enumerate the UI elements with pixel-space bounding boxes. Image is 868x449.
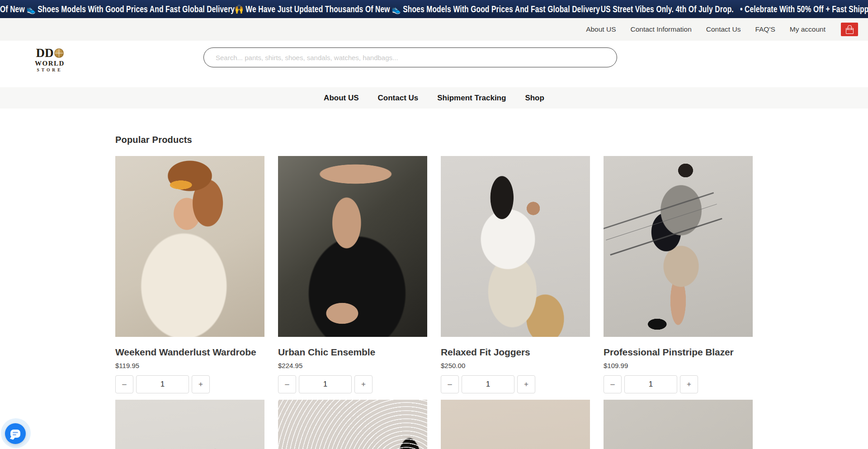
site-header: DD WORLD STORE: [0, 41, 868, 87]
quantity-input[interactable]: [462, 375, 514, 393]
product-card: Urban Chic Ensemble $224.95 – +: [278, 156, 427, 393]
topbar-link-my-account[interactable]: My account: [790, 25, 826, 33]
ticker-segment-3: • Celebrate With 50% Off + Fast Shipping: [740, 4, 868, 14]
quantity-decrease-button[interactable]: –: [604, 375, 622, 393]
product-image[interactable]: [604, 400, 753, 449]
promo-ticker-text: Of New 👟 Shoes Models With Good Prices A…: [0, 4, 868, 14]
product-price: $224.95: [278, 362, 427, 369]
promo-ticker-banner: Of New 👟 Shoes Models With Good Prices A…: [0, 0, 868, 18]
quantity-input[interactable]: [299, 375, 352, 393]
quantity-stepper: – +: [441, 375, 590, 393]
quantity-decrease-button[interactable]: –: [115, 375, 133, 393]
product-card: Weekend Wanderlust Wardrobe $119.95 – +: [115, 156, 264, 393]
product-card: Professional Pinstripe Blazer $109.99 – …: [604, 156, 753, 393]
nav-link-contact-us[interactable]: Contact Us: [378, 94, 419, 103]
ticker-segment-1: Of New 👟 Shoes Models With Good Prices A…: [0, 4, 600, 14]
topbar-link-contact-us[interactable]: Contact Us: [706, 25, 741, 33]
quantity-input[interactable]: [624, 375, 677, 393]
popular-products-heading: Popular Products: [115, 135, 868, 145]
topbar-link-faqs[interactable]: FAQ'S: [755, 25, 775, 33]
nav-link-shop[interactable]: Shop: [525, 94, 544, 103]
logo-line-dd: DD: [25, 47, 75, 59]
product-image[interactable]: [441, 156, 590, 337]
quantity-increase-button[interactable]: +: [680, 375, 698, 393]
quantity-input[interactable]: [136, 375, 189, 393]
search-input[interactable]: [203, 47, 617, 67]
nav-link-shipment-tracking[interactable]: Shipment Tracking: [437, 94, 506, 103]
product-title[interactable]: Professional Pinstripe Blazer: [604, 347, 753, 358]
product-card: [278, 400, 427, 449]
quantity-increase-button[interactable]: +: [517, 375, 535, 393]
store-logo[interactable]: DD WORLD STORE: [25, 47, 75, 73]
utility-topbar: About US Contact Information Contact Us …: [0, 18, 868, 41]
product-image[interactable]: [604, 156, 753, 337]
product-grid: Weekend Wanderlust Wardrobe $119.95 – + …: [115, 156, 868, 449]
quantity-stepper: – +: [604, 375, 753, 393]
product-card: [604, 400, 753, 449]
quantity-stepper: – +: [278, 375, 427, 393]
shopping-bag-icon: [846, 28, 854, 34]
main-navigation: About US Contact Us Shipment Tracking Sh…: [0, 87, 868, 109]
storefront-page: Of New 👟 Shoes Models With Good Prices A…: [0, 0, 868, 449]
quantity-stepper: – +: [115, 375, 264, 393]
product-title[interactable]: Relaxed Fit Joggers: [441, 347, 590, 358]
product-price: $250.00: [441, 362, 590, 369]
quantity-increase-button[interactable]: +: [192, 375, 210, 393]
product-card: [441, 400, 590, 449]
main-content: Popular Products Weekend Wanderlust Ward…: [0, 109, 868, 449]
quantity-decrease-button[interactable]: –: [278, 375, 296, 393]
product-card: Relaxed Fit Joggers $250.00 – +: [441, 156, 590, 393]
topbar-link-about-us[interactable]: About US: [586, 25, 616, 33]
product-price: $119.95: [115, 362, 264, 369]
product-card: [115, 400, 264, 449]
topbar-link-contact-information[interactable]: Contact Information: [630, 25, 691, 33]
product-image[interactable]: [278, 400, 427, 449]
product-image[interactable]: [441, 400, 590, 449]
cart-button[interactable]: [841, 23, 858, 36]
quantity-decrease-button[interactable]: –: [441, 375, 459, 393]
product-price: $109.99: [604, 362, 753, 369]
logo-line-store: STORE: [25, 68, 75, 73]
product-image[interactable]: [115, 400, 264, 449]
logo-line-world: WORLD: [25, 60, 75, 67]
quantity-increase-button[interactable]: +: [354, 375, 373, 393]
product-image[interactable]: [115, 156, 264, 337]
ticker-segment-2: US Street Vibes Only. 4th Of July Drop.: [601, 4, 734, 14]
product-title[interactable]: Weekend Wanderlust Wardrobe: [115, 347, 264, 358]
chat-launcher-button[interactable]: [5, 423, 26, 444]
chat-bubble-icon: [10, 430, 20, 438]
product-title[interactable]: Urban Chic Ensemble: [278, 347, 427, 358]
globe-icon: [54, 48, 64, 58]
product-image[interactable]: [278, 156, 427, 337]
nav-link-about-us[interactable]: About US: [324, 94, 359, 103]
